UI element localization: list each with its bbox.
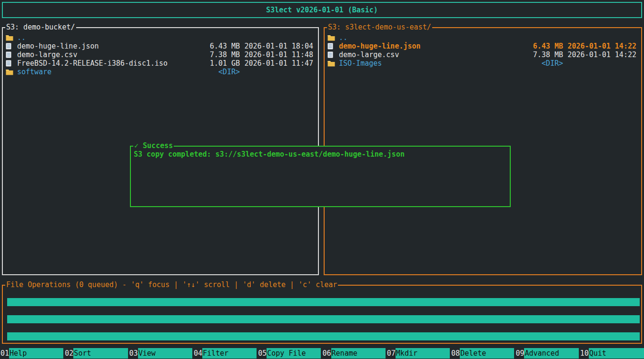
file-name: software [17,68,195,76]
success-dialog: ✓ Success S3 copy completed: s3://s3lect… [130,146,511,207]
operation-progress-fill [7,332,640,340]
file-name: .. [17,33,195,42]
file-row[interactable]: demo-huge-line.json 6.43 MB 2026-01-01 1… [6,42,316,50]
panel-left-file-list: .. demo-huge-line.json 6.43 MB 2026-01-0… [3,28,318,76]
file-row[interactable]: demo-large.csv 7.38 MB 2026-01-01 14:22 [327,50,639,59]
function-key-number: 01 [0,348,9,359]
file-name: demo-large.csv [339,50,518,59]
function-key-label: Filter [202,348,257,359]
file-row[interactable]: demo-huge-line.json 6.43 MB 2026-01-01 1… [327,42,639,50]
function-key-label: Quit [589,348,644,359]
file-icon [6,51,17,58]
file-name: ISO-Images [339,59,518,68]
operation-row[interactable]: ✓ ↑ Upload │ /home/demo/demo-files/F...R… [3,306,641,315]
operation-progress-bar [7,315,640,323]
file-icon [327,51,339,58]
file-icon [327,43,339,50]
operation-progress-bar [7,298,640,306]
file-row[interactable]: FreeBSD-14.2-RELEASE-i386-disc1.iso 1.01… [6,59,316,68]
success-dialog-title: ✓ Success [133,141,174,150]
function-key-number: 07 [386,348,396,359]
function-key-number: 02 [64,348,73,359]
function-key-view[interactable]: 03 View [129,348,193,359]
title-bar: S3lect v2026-01-01 (Basic) [2,2,642,18]
function-key-number: 04 [193,348,202,359]
file-icon [6,43,17,50]
file-size: 6.43 MB [195,42,240,50]
file-icon [6,60,17,67]
panel-right-title: S3: s3lect-demo-us-east/ [327,23,432,31]
function-key-bar: 01 Help 02 Sort 03 View 04 Filter 05 Cop… [0,348,644,359]
file-name: .. [339,33,518,42]
function-key-number: 08 [451,348,460,359]
function-key-number: 06 [322,348,331,359]
file-size: 1.01 GB [195,59,240,68]
file-name: demo-huge-line.json [339,42,518,50]
function-key-sort[interactable]: 02 Sort [64,348,129,359]
file-size: <DIR> [518,59,563,68]
function-key-number: 10 [580,348,589,359]
file-date: 2026-01-01 14:22 [563,42,639,50]
function-key-number: 09 [515,348,524,359]
function-key-delete[interactable]: 08 Delete [451,348,515,359]
function-key-advanced[interactable]: 09 Advanced [515,348,579,359]
operation-progress-fill [7,315,640,323]
file-operations-list: ✓ ⇄ S3 Copy │ s3://s3lect-demo-us-east/d… [3,286,641,340]
operation-row[interactable]: ► ✓ ↑ Upload │ /home/demo/demo-files/d..… [3,323,641,332]
file-row[interactable]: software <DIR> [6,68,316,76]
file-operations-panel: File Operations (0 queued) - 'q' focus |… [2,285,642,344]
function-key-quit[interactable]: 10 Quit [580,348,644,359]
function-key-label: Mkdir [396,348,450,359]
file-row[interactable]: .. [6,33,316,42]
function-key-number: 05 [258,348,267,359]
folder-icon [327,60,339,67]
file-name: demo-large.csv [17,50,195,59]
function-key-label: View [138,348,192,359]
function-key-help[interactable]: 01 Help [0,348,64,359]
file-size: <DIR> [195,68,240,76]
file-row[interactable]: ISO-Images <DIR> [327,59,639,68]
file-operations-title: File Operations (0 queued) - 'q' focus |… [5,280,338,289]
function-key-number: 03 [129,348,138,359]
file-row[interactable]: demo-large.csv 7.38 MB 2026-01-01 11:48 [6,50,316,59]
folder-icon [6,69,17,75]
file-name: demo-huge-line.json [17,42,195,50]
function-key-rename[interactable]: 06 Rename [322,348,386,359]
file-date: 2026-01-01 11:48 [240,50,316,59]
file-size: 7.38 MB [518,50,563,59]
app-title: S3lect v2026-01-01 (Basic) [266,6,378,14]
function-key-label: Advanced [524,348,578,359]
panel-right-file-list: .. demo-huge-line.json 6.43 MB 2026-01-0… [325,28,641,68]
file-date: 2026-01-01 18:04 [240,42,316,50]
file-date: 2026-01-01 14:22 [563,50,639,59]
panel-left-title: S3: demo-bucket/ [5,23,76,31]
operation-progress-fill [7,298,640,306]
function-key-label: Rename [331,348,386,359]
function-key-copy-file[interactable]: 05 Copy File [258,348,322,359]
file-size: 6.43 MB [518,42,563,50]
file-size: 7.38 MB [195,50,240,59]
function-key-label: Copy File [267,348,321,359]
folder-icon [327,35,339,41]
file-date: 2026-01-01 11:47 [240,59,316,68]
file-row[interactable]: .. [327,33,639,42]
function-key-mkdir[interactable]: 07 Mkdir [386,348,451,359]
function-key-filter[interactable]: 04 Filter [193,348,258,359]
operation-row[interactable]: ✓ ⇄ S3 Copy │ s3://s3lect-demo-us-east/d… [3,289,641,298]
file-name: FreeBSD-14.2-RELEASE-i386-disc1.iso [17,59,195,68]
success-dialog-message: S3 copy completed: s3://s3lect-demo-us-e… [131,147,510,162]
function-key-label: Delete [460,348,514,359]
function-key-label: Help [9,348,63,359]
function-key-label: Sort [73,348,128,359]
folder-icon [6,35,17,41]
operation-progress-bar [7,332,640,340]
